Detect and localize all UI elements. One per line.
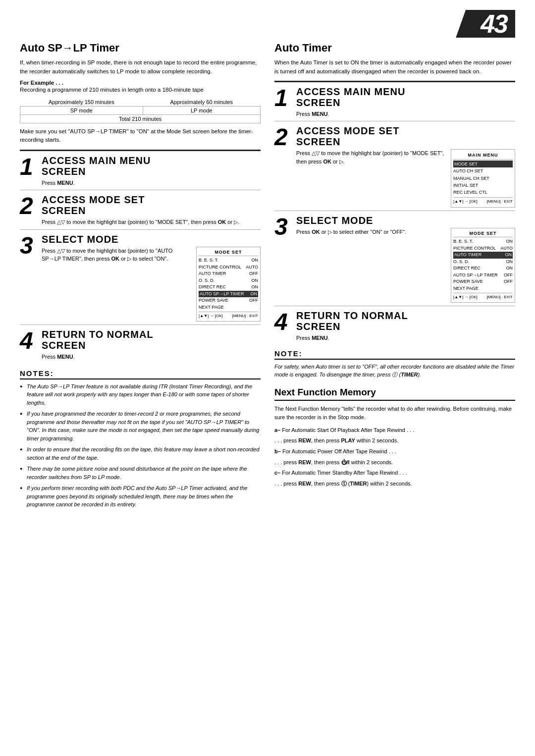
step-3-body: Press △▽ to move the highlight bar (poin… bbox=[42, 247, 191, 263]
make-sure-text: Make sure you set "AUTO SP→LP TIMER" to … bbox=[20, 127, 261, 145]
right-step-4-content: RETURN TO NORMAL SCREEN Press MENU. bbox=[296, 309, 515, 342]
right-step-3: 3 SELECT MODE Press OK or ▷ to select ei… bbox=[274, 211, 515, 307]
note-item-4: There may be some picture noise and soun… bbox=[20, 465, 261, 481]
left-intro: If, when timer-recording in SP mode, the… bbox=[20, 58, 261, 76]
right-mode-row-autosplp: AUTO SP→LP TIMEROFF bbox=[453, 272, 513, 279]
right-column: Auto Timer When the Auto Timer is set to… bbox=[274, 42, 515, 490]
step-3-with-img: Press △▽ to move the highlight bar (poin… bbox=[42, 247, 261, 322]
step-2-number: 2 bbox=[20, 193, 42, 218]
mode-set-box-title: MODE SET bbox=[199, 249, 258, 257]
left-mode-set-box: MODE SET B. E. S. T.ON PICTURE CONTROLAU… bbox=[196, 247, 261, 322]
point-b-text: For Automatic Power Off After Tape Rewin… bbox=[282, 448, 396, 454]
next-function-section: Next Function Memory The Next Function M… bbox=[274, 387, 515, 488]
right-step-2-with-img: Press △▽ to move the highlight bar (poin… bbox=[296, 149, 515, 207]
mode-set-row-powersave: POWER SAVEOFF bbox=[199, 297, 258, 304]
notes-title: NOTES: bbox=[20, 369, 261, 379]
main-menu-mode-set-highlighted: MODE SET bbox=[453, 161, 513, 167]
note-item-5: If you perform timer recording with both… bbox=[20, 484, 261, 509]
right-mode-set-title: MODE SET bbox=[453, 230, 513, 238]
mode-set-row-pic: PICTURE CONTROLAUTO bbox=[199, 264, 258, 271]
example-label: For Example . . . bbox=[20, 80, 261, 86]
step-4-content: RETURN TO NORMAL SCREEN Press MENU. bbox=[42, 328, 261, 361]
right-step-3-heading: SELECT MODE bbox=[296, 215, 515, 226]
step-2-body: Press △▽ to move the highlight bar (poin… bbox=[42, 218, 261, 226]
right-step-4-body: Press MENU. bbox=[296, 334, 515, 342]
left-step-4: 4 RETURN TO NORMAL SCREEN Press MENU. bbox=[20, 325, 261, 364]
note-title: NOTE: bbox=[274, 349, 515, 360]
step-2-heading: ACCESS MODE SET SCREEN bbox=[42, 194, 261, 216]
table-col2-mode: LP mode bbox=[143, 107, 260, 115]
note-item-1: The Auto SP→LP Timer feature is not avai… bbox=[20, 382, 261, 407]
right-step-3-text: Press OK or ▷ to select either "ON" or "… bbox=[296, 228, 446, 236]
right-mode-row-osd: O. S. D.ON bbox=[453, 259, 513, 266]
right-mode-row-best: B. E. S. T.ON bbox=[453, 238, 513, 245]
example-desc: Recording a programme of 210 minutes in … bbox=[20, 86, 261, 94]
left-step-1: 1 ACCESS MAIN MENU SCREEN Press MENU. bbox=[20, 151, 261, 191]
next-func-point-c: c– For Automatic Timer Standby After Tap… bbox=[274, 469, 515, 478]
notes-section: NOTES: The Auto SP→LP Timer feature is n… bbox=[20, 369, 261, 509]
right-mode-row-powersave: POWER SAVEOFF bbox=[453, 278, 513, 285]
right-mode-row-directrec: DIRECT RECON bbox=[453, 265, 513, 272]
left-step-3: 3 SELECT MODE Press △▽ to move the highl… bbox=[20, 230, 261, 325]
right-main-menu-box: MAIN MENU MODE SET AUTO CH SET MANUAL CH… bbox=[451, 149, 515, 207]
left-steps: 1 ACCESS MAIN MENU SCREEN Press MENU. 2 bbox=[20, 150, 261, 364]
right-step-1-number: 1 bbox=[274, 85, 296, 110]
step-4-heading: RETURN TO NORMAL SCREEN bbox=[42, 329, 261, 351]
step-3-number: 3 bbox=[20, 233, 42, 258]
next-func-point-b-detail: . . . press REW, then press ⏻/I within 2… bbox=[274, 458, 515, 467]
right-steps: 1 ACCESS MAIN MENU SCREEN Press MENU. 2 bbox=[274, 81, 515, 345]
mode-set-row-autotimer: AUTO TIMEROFF bbox=[199, 270, 258, 277]
main-menu-initial: INITIAL SET bbox=[453, 182, 513, 189]
left-step-2: 2 ACCESS MODE SET SCREEN Press △▽ to mov… bbox=[20, 190, 261, 230]
page: 43 Auto SP→LP Timer If, when timer-recor… bbox=[0, 0, 535, 756]
point-c-text: For Automatic Timer Standby After Tape R… bbox=[282, 470, 407, 476]
step-1-heading: ACCESS MAIN MENU SCREEN bbox=[42, 155, 261, 177]
table-col2-header: Approximately 60 minutes bbox=[143, 98, 260, 107]
step-1-number: 1 bbox=[20, 154, 42, 179]
right-step-4-heading: RETURN TO NORMAL SCREEN bbox=[296, 310, 515, 332]
point-a-label: a– bbox=[274, 427, 280, 433]
right-step-2-heading: ACCESS MODE SET SCREEN bbox=[296, 125, 515, 147]
right-step-2-number: 2 bbox=[274, 124, 296, 149]
step-1-content: ACCESS MAIN MENU SCREEN Press MENU. bbox=[42, 154, 261, 187]
right-mode-row-nextpage: NEXT PAGE bbox=[453, 285, 513, 292]
example-table: Approximately 150 minutes Approximately … bbox=[20, 98, 261, 123]
mode-set-row-nextpage: NEXT PAGE bbox=[199, 304, 258, 311]
page-number: 43 bbox=[466, 10, 515, 38]
right-step-3-with-img: Press OK or ▷ to select either "ON" or "… bbox=[296, 228, 515, 303]
left-column: Auto SP→LP Timer If, when timer-recordin… bbox=[20, 42, 261, 512]
step-1-body: Press MENU. bbox=[42, 179, 261, 187]
mode-set-row-directrec: DIRECT RECON bbox=[199, 284, 258, 291]
right-step-2-body: Press △▽ to move the highlight bar (poin… bbox=[296, 149, 446, 165]
step-2-content: ACCESS MODE SET SCREEN Press △▽ to move … bbox=[42, 193, 261, 226]
next-func-intro: The Next Function Memory "tells" the rec… bbox=[274, 405, 515, 422]
note-body: For safety, when Auto timer is set to "O… bbox=[274, 363, 515, 379]
right-step-2: 2 ACCESS MODE SET SCREEN Press △▽ to mov… bbox=[274, 121, 515, 211]
next-func-body: The Next Function Memory "tells" the rec… bbox=[274, 405, 515, 488]
step-3-heading: SELECT MODE bbox=[42, 234, 261, 245]
note-section: NOTE: For safety, when Auto timer is set… bbox=[274, 349, 515, 379]
left-section-title: Auto SP→LP Timer bbox=[20, 42, 261, 54]
table-col1-mode: SP mode bbox=[20, 107, 143, 115]
point-a-text: For Automatic Start Of Playback After Ta… bbox=[282, 427, 414, 433]
point-b-label: b– bbox=[274, 448, 281, 454]
mode-set-row-autosplp-highlighted: AUTO SP→LP TIMERON bbox=[199, 291, 258, 298]
table-col1-header: Approximately 150 minutes bbox=[20, 98, 143, 107]
right-mode-row-autotimer-highlighted: AUTO TIMERON bbox=[453, 252, 513, 259]
mode-set-footer: [▲▼] → [OK] [MENU] : EXIT bbox=[199, 312, 258, 319]
right-section-title: Auto Timer bbox=[274, 42, 515, 54]
step-4-number: 4 bbox=[20, 328, 42, 353]
right-mode-row-pic: PICTURE CONTROLAUTO bbox=[453, 245, 513, 252]
mode-set-row-best: B. E. S. T.ON bbox=[199, 257, 258, 264]
main-menu-box-title: MAIN MENU bbox=[453, 152, 513, 159]
right-step-1-content: ACCESS MAIN MENU SCREEN Press MENU. bbox=[296, 85, 515, 118]
right-mode-set-box: MODE SET B. E. S. T.ON PICTURE CONTROLAU… bbox=[451, 228, 515, 303]
right-step-4-number: 4 bbox=[274, 309, 296, 334]
right-intro: When the Auto Timer is set to ON the tim… bbox=[274, 58, 515, 76]
right-step-2-text: Press △▽ to move the highlight bar (poin… bbox=[296, 149, 446, 165]
right-step-2-content: ACCESS MODE SET SCREEN Press △▽ to move … bbox=[296, 124, 515, 207]
right-step-3-number: 3 bbox=[274, 214, 296, 239]
right-step-1: 1 ACCESS MAIN MENU SCREEN Press MENU. bbox=[274, 82, 515, 122]
right-step-3-content: SELECT MODE Press OK or ▷ to select eith… bbox=[296, 214, 515, 303]
next-func-point-b: b– For Automatic Power Off After Tape Re… bbox=[274, 447, 515, 456]
